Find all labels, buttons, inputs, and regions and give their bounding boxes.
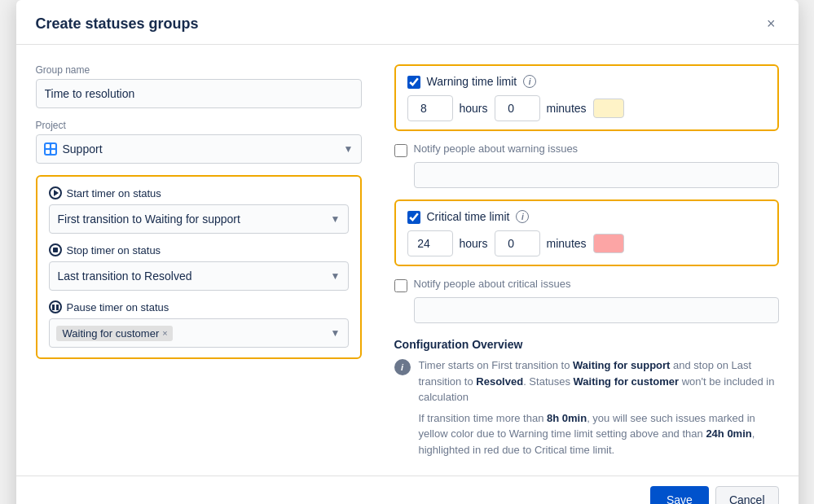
project-select-wrapper: Support ▼ [36, 134, 362, 164]
svg-rect-3 [46, 150, 50, 154]
warning-inputs: hours minutes [407, 95, 766, 121]
critical-color-swatch[interactable] [593, 234, 624, 253]
left-column: Group name Project [36, 64, 362, 462]
warning-minutes-input[interactable] [495, 95, 540, 121]
pause-timer-tag-display[interactable]: Waiting for customer × [49, 318, 349, 348]
right-column: Warning time limit i hours minutes Notif… [394, 64, 779, 462]
warning-time-limit-box: Warning time limit i hours minutes [394, 64, 779, 131]
group-name-field: Group name [36, 64, 362, 108]
stop-inner [53, 248, 58, 252]
notify-critical-input[interactable] [414, 297, 779, 323]
pause-bar-1 [52, 305, 55, 310]
stop-timer-icon [49, 243, 62, 256]
start-timer-select-wrapper: First transition to Waiting for support … [49, 204, 349, 234]
notify-warning-group: Notify people about warning issues [394, 142, 779, 188]
group-name-input[interactable] [36, 79, 362, 108]
config-text-1: Timer starts on First transition to Wait… [419, 357, 779, 405]
warning-checkbox[interactable] [407, 76, 420, 89]
svg-rect-1 [46, 144, 50, 148]
config-title: Configuration Overview [394, 338, 779, 351]
create-statuses-dialog: Create statuses groups × Group name Proj… [16, 0, 799, 504]
notify-critical-input-group [394, 292, 779, 323]
pause-timer-tag-wrapper: Waiting for customer × ▼ [49, 318, 349, 348]
config-bold-waiting-support: Waiting for support [573, 359, 670, 371]
dialog-title: Create statuses groups [36, 15, 199, 33]
cancel-button[interactable]: Cancel [715, 486, 779, 504]
warning-header: Warning time limit i [407, 74, 766, 89]
notify-warning-label: Notify people about warning issues [414, 142, 579, 155]
config-overview: Configuration Overview i Timer starts on… [394, 338, 779, 462]
svg-rect-2 [51, 144, 55, 148]
timer-group: Start timer on status First transition t… [36, 175, 362, 359]
notify-warning-input-group [394, 157, 779, 188]
warning-hours-label: hours [460, 102, 488, 115]
svg-rect-4 [51, 150, 55, 154]
dialog-header: Create statuses groups × [16, 0, 799, 45]
critical-checkbox[interactable] [407, 211, 420, 224]
start-timer-select[interactable]: First transition to Waiting for support [49, 204, 349, 234]
critical-header: Critical time limit i [407, 209, 766, 224]
critical-minutes-input[interactable] [495, 230, 540, 256]
pause-timer-icon [49, 300, 62, 313]
critical-info-icon: i [516, 210, 529, 223]
project-select[interactable]: Support [36, 134, 362, 164]
critical-minutes-label: minutes [547, 237, 587, 250]
pause-timer-row: Pause timer on status Waiting for custom… [49, 300, 349, 348]
group-name-label: Group name [36, 64, 362, 76]
pause-timer-label: Pause timer on status [49, 300, 349, 313]
close-button[interactable]: × [763, 13, 779, 34]
config-bold-resolved: Resolved [476, 375, 523, 388]
warning-color-swatch[interactable] [593, 99, 624, 118]
notify-critical-group: Notify people about critical issues [394, 278, 779, 323]
dialog-body: Group name Project [16, 45, 799, 476]
notify-warning-row: Notify people about warning issues [394, 142, 779, 157]
start-timer-label: Start timer on status [49, 186, 349, 199]
dialog-footer: Save Cancel [16, 476, 799, 504]
critical-hours-label: hours [460, 237, 488, 250]
stop-timer-select-wrapper: Last transition to Resolved ▼ [49, 261, 349, 291]
config-row-1: i Timer starts on First transition to Wa… [394, 357, 779, 462]
config-bold-8h: 8h 0min [547, 412, 587, 424]
waiting-for-customer-chip: Waiting for customer × [56, 326, 173, 341]
config-texts: Timer starts on First transition to Wait… [419, 357, 779, 462]
notify-critical-label: Notify people about critical issues [414, 278, 571, 290]
notify-critical-checkbox[interactable] [394, 279, 407, 292]
project-field: Project Support ▼ [36, 120, 362, 164]
stop-timer-row: Stop timer on status Last transition to … [49, 243, 349, 291]
stop-timer-label: Stop timer on status [49, 243, 349, 256]
warning-title: Warning time limit [427, 75, 517, 88]
config-bold-24h: 24h 0min [706, 427, 751, 440]
stop-timer-select[interactable]: Last transition to Resolved [49, 261, 349, 291]
critical-hours-input[interactable] [407, 230, 453, 256]
warning-minutes-label: minutes [547, 102, 587, 115]
notify-warning-checkbox[interactable] [394, 144, 407, 157]
critical-inputs: hours minutes [407, 230, 766, 256]
critical-title: Critical time limit [427, 210, 510, 223]
start-timer-icon [49, 186, 62, 199]
warning-hours-input[interactable] [407, 95, 453, 121]
warning-info-icon: i [523, 75, 536, 88]
project-label: Project [36, 120, 362, 131]
remove-chip-button[interactable]: × [162, 328, 167, 338]
save-button[interactable]: Save [650, 486, 709, 504]
pause-bar-2 [56, 305, 59, 310]
config-info-icon: i [394, 359, 411, 375]
start-timer-row: Start timer on status First transition t… [49, 186, 349, 234]
config-text-2: If transition time more than 8h 0min, yo… [419, 410, 779, 458]
project-icon [44, 142, 57, 156]
critical-time-limit-box: Critical time limit i hours minutes [394, 199, 779, 266]
notify-critical-row: Notify people about critical issues [394, 278, 779, 292]
notify-warning-input[interactable] [414, 162, 779, 188]
config-bold-waiting-customer: Waiting for customer [574, 375, 680, 388]
